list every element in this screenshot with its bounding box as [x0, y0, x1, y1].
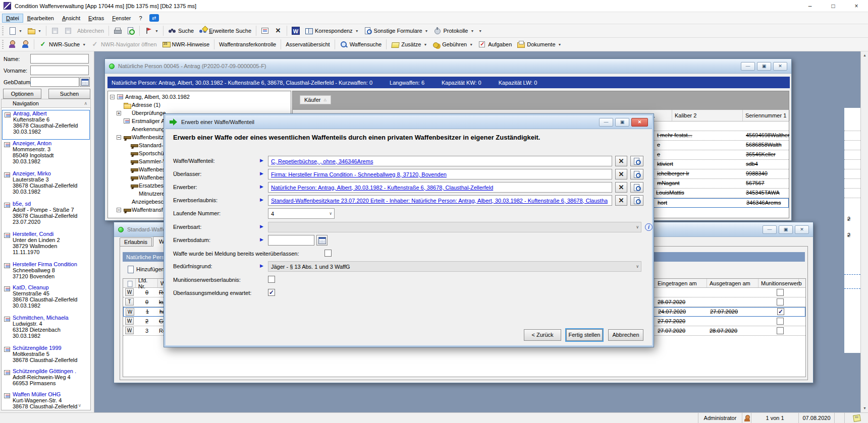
save-button[interactable]: [48, 26, 62, 36]
asservatuebersicht-button[interactable]: Asservatübersicht: [283, 40, 332, 48]
flag-button[interactable]: ▼: [142, 26, 161, 36]
waffentransferkontrolle-button[interactable]: Waffentransferkontrolle: [216, 40, 279, 48]
waffe-clear-button[interactable]: ✕: [615, 156, 627, 166]
aufgaben-button[interactable]: Aufgaben: [475, 39, 514, 49]
beduerfnisgrund-select[interactable]: Jäger - § 13 Abs. 1 und 3 WaffG∨: [268, 261, 641, 272]
print-preview-button[interactable]: [124, 26, 137, 36]
waffensuche-button[interactable]: Waffensuche: [337, 39, 385, 49]
munition-checkbox[interactable]: [777, 289, 784, 296]
nav-item-anzeiger-mirko[interactable]: Anzeiger, Mirko Lauterstraße 3 38678 Cla…: [2, 170, 90, 200]
dokumente-button[interactable]: Dokumente▼: [514, 39, 564, 49]
munition-checkbox[interactable]: [777, 318, 784, 325]
tab-erlaubnis[interactable]: Erlaubnis: [120, 237, 152, 247]
zusaetze-button[interactable]: Zusätze▼: [389, 39, 429, 49]
waffe-field[interactable]: C, Repetierbüchse, , ohne, 346346Arems: [268, 156, 612, 166]
save-all-button[interactable]: [62, 26, 75, 36]
column-munitionserwerb[interactable]: Munitionserwerb: [758, 279, 799, 287]
erwerber-field[interactable]: Natürliche Person: Antrag, Albert, 30.03…: [268, 182, 612, 193]
nav-item-schmittchen[interactable]: Schmittchen, Michaela Ludwigstr. 4 63128…: [2, 315, 90, 345]
advanced-search-button[interactable]: Erweiterte Suche: [196, 26, 254, 36]
munition-checkbox-checked[interactable]: ✓: [777, 308, 784, 315]
sonstige-formulare-button[interactable]: Sonstige Formulare▼: [361, 26, 431, 36]
window-close-button[interactable]: ✕: [795, 225, 809, 234]
ueberlasser-clear-button[interactable]: ✕: [615, 169, 627, 179]
column-doc-icon[interactable]: [123, 279, 136, 287]
erwerbsdatum-input[interactable]: [268, 235, 314, 246]
dialog-minimize-button[interactable]: —: [599, 118, 613, 127]
column-lfd-nr[interactable]: Lfd. Nr.: [136, 279, 158, 287]
window-close-button[interactable]: ✕: [773, 62, 787, 71]
close-button[interactable]: ×: [845, 0, 868, 12]
vorname-input[interactable]: [30, 66, 89, 75]
toolbar-grip[interactable]: [2, 26, 4, 35]
delete-button[interactable]: ✕: [272, 26, 285, 36]
gebdatum-input[interactable]: [30, 77, 79, 87]
nwr-hinweise-button[interactable]: NWR-Hinweise: [159, 39, 212, 49]
nav-item-anzeiger-anton[interactable]: Anzeiger, Anton Mommsenstr. 3 85049 Ingo…: [2, 140, 90, 170]
window-minimize-button[interactable]: —: [741, 62, 755, 71]
abort-button[interactable]: Abbrechen: [75, 27, 106, 35]
zurueck-button[interactable]: < Zurück: [524, 329, 561, 341]
protokolle-button[interactable]: Protokolle▼: [431, 26, 477, 36]
person-female-button[interactable]: [6, 39, 19, 49]
menu-fenster[interactable]: Fenster: [108, 14, 135, 23]
tree-item-root[interactable]: − Antrag, Albert, 30.03.1982: [110, 93, 291, 101]
new-button[interactable]: ▼: [6, 26, 25, 36]
dialog-restore-button[interactable]: ▣: [615, 118, 629, 127]
abbrechen-button[interactable]: Abbrechen: [608, 329, 643, 341]
gebuehren-button[interactable]: Gebühren▼: [429, 39, 475, 49]
scroll-up-icon[interactable]: ∧: [84, 101, 87, 106]
toolbar-overflow[interactable]: ▼: [478, 29, 482, 33]
window-restore-button[interactable]: ▣: [779, 225, 793, 234]
nav-item-hersteller-condi[interactable]: Hersteller, Condi Unter den Linden 2 387…: [2, 231, 90, 261]
optionen-button[interactable]: Optionen: [3, 89, 41, 99]
properties-button[interactable]: [258, 26, 272, 36]
column-eingetragen-am[interactable]: Eingetragen am: [655, 279, 707, 287]
erwerbsdatum-calendar-button[interactable]: [316, 235, 328, 246]
laufende-nummer-select[interactable]: 4∨: [268, 208, 335, 219]
tree-item-adresse[interactable]: Adresse (1): [110, 101, 291, 109]
column-seriennummer1[interactable]: Seriennummer 1: [743, 110, 790, 121]
maximize-button[interactable]: □: [822, 0, 845, 12]
gebdatum-calendar-button[interactable]: [80, 77, 90, 87]
erwerbserlaubnis-search-button[interactable]: [630, 195, 643, 206]
scroll-down-icon[interactable]: ∨: [78, 403, 81, 408]
search-button[interactable]: Suche: [166, 26, 196, 36]
word-button[interactable]: W: [289, 26, 302, 36]
toolbar-grip[interactable]: [2, 40, 4, 49]
open-button[interactable]: ▼: [25, 26, 44, 36]
hinzufuegen-button[interactable]: Hinzufügen: [124, 264, 167, 274]
group-chip-kaeufer[interactable]: Käufer△: [300, 95, 331, 104]
column-ausgetragen-am[interactable]: Ausgetragen am: [707, 279, 758, 287]
ueberlassungsmeldung-checkbox-checked[interactable]: ✓: [268, 289, 275, 296]
menu-bearbeiten[interactable]: Bearbeiten: [23, 14, 58, 23]
suchen-button[interactable]: Suchen: [48, 89, 90, 99]
window-restore-button[interactable]: ▣: [757, 62, 771, 71]
ueberlasser-field[interactable]: Firma: Hersteller Firma Condition - Schn…: [268, 169, 612, 179]
munitionserwerbserlaubnis-checkbox[interactable]: [268, 276, 275, 283]
nwr-suche-button[interactable]: ✓NWR-Suche▼: [36, 39, 88, 49]
munition-checkbox[interactable]: [777, 327, 784, 334]
person-male-button[interactable]: [19, 39, 32, 49]
dialog-titlebar[interactable]: Erwerb einer Waffe/Waffenteil — ▣ ✕: [166, 115, 652, 129]
dialog-close-button[interactable]: ✕: [631, 118, 648, 127]
nwr-navigator-button[interactable]: ✓NWR-Navigator öffnen: [88, 39, 159, 49]
menu-ansicht[interactable]: Ansicht: [58, 14, 84, 23]
column-kaliber2[interactable]: Kaliber 2: [672, 110, 743, 121]
erwerbserlaubnis-field[interactable]: Standard-Waffenbesitzkarte 23.07.2020 Er…: [268, 195, 612, 206]
nav-item-waffen-mueller[interactable]: Waffen Müller OHG Kurt-Wagener-Str. 4 38…: [2, 391, 90, 410]
nav-item-schuetzengilde-goettingen[interactable]: Schützengilde Göttingen . Adolf-Reichwei…: [2, 368, 90, 391]
erwerbserlaubnis-clear-button[interactable]: ✕: [615, 195, 627, 206]
window-minimize-button[interactable]: —: [763, 225, 777, 234]
print-button[interactable]: [111, 26, 124, 36]
name-input[interactable]: [30, 54, 89, 64]
weiterueberlassen-checkbox[interactable]: [324, 250, 332, 257]
erwerbsart-select-disabled[interactable]: ∨: [268, 222, 641, 232]
korrespondenz-button[interactable]: Korrespondenz▼: [302, 26, 361, 36]
scroll-down-arrow[interactable]: ▼: [861, 404, 868, 412]
waffe-search-button[interactable]: [630, 156, 643, 166]
nav-item-b5e[interactable]: b5e, sd Adolf - Pompe - Straße 7 38678 C…: [2, 201, 90, 230]
erwerber-search-button[interactable]: [630, 182, 643, 193]
nav-item-katd[interactable]: KatD, Cleanup Sternstraße 45 38678 Claus…: [2, 284, 90, 315]
info-icon[interactable]: i: [645, 223, 653, 231]
